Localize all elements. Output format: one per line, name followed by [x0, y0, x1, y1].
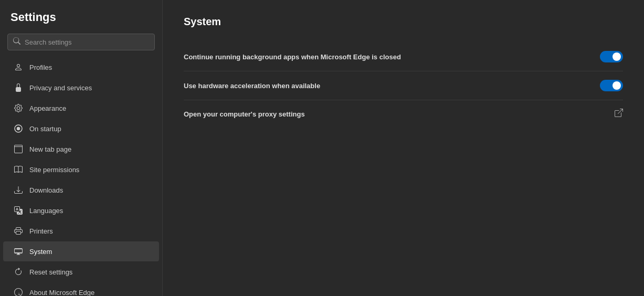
sidebar-item-label: Printers	[29, 227, 53, 235]
sidebar-item-appearance[interactable]: Appearance	[3, 98, 159, 118]
person-icon	[14, 62, 23, 72]
sidebar-item-label: System	[29, 248, 52, 256]
sidebar-item-languages[interactable]: Languages	[3, 200, 159, 220]
sidebar-item-label: Appearance	[29, 104, 66, 112]
sidebar-item-label: Profiles	[29, 64, 52, 71]
sidebar-item-onstartup[interactable]: On startup	[3, 119, 159, 139]
setting-label-hardware-accel: Use hardware acceleration when available	[184, 82, 320, 90]
languages-icon	[14, 206, 23, 215]
newtab-icon	[14, 144, 23, 154]
nav-list: Profiles Privacy and services Appearance…	[0, 57, 162, 296]
setting-row-proxy-settings: Open your computer's proxy settings	[184, 100, 623, 128]
settings-list: Continue running background apps when Mi…	[184, 43, 623, 128]
sidebar-item-privacy[interactable]: Privacy and services	[3, 78, 159, 98]
printer-icon	[14, 226, 23, 236]
search-box[interactable]	[7, 34, 155, 50]
sidebar-item-label: Site permissions	[29, 166, 79, 174]
sidebar-item-label: Languages	[29, 207, 63, 215]
setting-label-background-apps: Continue running background apps when Mi…	[184, 53, 401, 61]
sidebar-item-printers[interactable]: Printers	[3, 221, 159, 241]
sidebar-item-system[interactable]: System	[3, 241, 159, 261]
sidebar-item-label: New tab page	[29, 145, 71, 153]
search-input[interactable]	[25, 38, 149, 46]
toggle-background-apps[interactable]	[600, 51, 623, 62]
siteperm-icon	[14, 165, 23, 174]
sidebar-item-label: Reset settings	[29, 268, 72, 276]
sidebar: Settings Profiles Privacy and services A…	[0, 0, 163, 296]
sidebar-title: Settings	[0, 10, 162, 34]
sidebar-item-reset[interactable]: Reset settings	[3, 262, 159, 282]
setting-row-background-apps: Continue running background apps when Mi…	[184, 43, 623, 71]
appearance-icon	[14, 103, 23, 113]
edge-icon	[14, 288, 23, 296]
setting-row-hardware-accel: Use hardware acceleration when available	[184, 71, 623, 100]
lock-icon	[14, 83, 23, 92]
download-icon	[14, 185, 23, 195]
main-content: System Continue running background apps …	[163, 0, 644, 296]
page-title: System	[184, 16, 623, 28]
sidebar-item-label: Downloads	[29, 186, 63, 194]
sidebar-item-label: Privacy and services	[29, 84, 92, 92]
setting-label-proxy-settings: Open your computer's proxy settings	[184, 110, 305, 118]
sidebar-item-profiles[interactable]: Profiles	[3, 57, 159, 77]
system-icon	[14, 247, 23, 256]
sidebar-item-downloads[interactable]: Downloads	[3, 180, 159, 200]
sidebar-item-about[interactable]: About Microsoft Edge	[3, 282, 159, 296]
sidebar-item-label: About Microsoft Edge	[29, 289, 94, 297]
sidebar-item-newtab[interactable]: New tab page	[3, 139, 159, 159]
search-icon	[13, 37, 20, 47]
reset-icon	[14, 267, 23, 277]
toggle-hardware-accel[interactable]	[600, 80, 623, 91]
sidebar-item-siteperm[interactable]: Site permissions	[3, 160, 159, 179]
startup-icon	[14, 124, 23, 133]
external-link-icon-proxy-settings[interactable]	[615, 109, 623, 119]
sidebar-item-label: On startup	[29, 125, 61, 133]
